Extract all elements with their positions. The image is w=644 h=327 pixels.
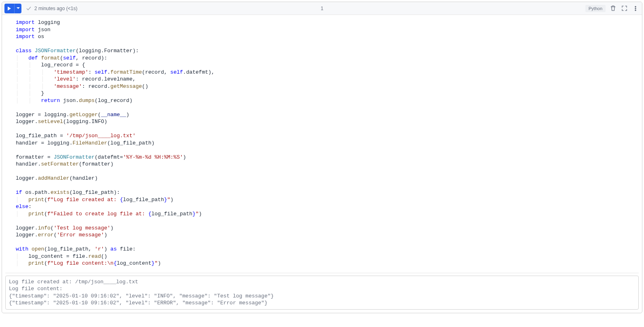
kebab-icon	[633, 6, 638, 11]
svg-point-1	[635, 8, 636, 8]
execution-time: 2 minutes ago (<1s)	[34, 6, 77, 11]
cell-toolbar: 2 minutes ago (<1s) 1 Python	[2, 2, 642, 15]
output-stdout[interactable]: Log file created at: /tmp/json____log.tx…	[5, 276, 639, 310]
expand-icon	[621, 5, 627, 11]
run-button[interactable]	[4, 4, 14, 13]
delete-button[interactable]	[609, 4, 617, 13]
run-dropdown[interactable]	[14, 4, 21, 13]
output-line: Log file content:	[9, 285, 635, 293]
expand-button[interactable]	[620, 4, 628, 13]
notebook-cell: 2 minutes ago (<1s) 1 Python impo	[2, 2, 642, 313]
trash-icon	[610, 5, 616, 11]
code-editor[interactable]: import loggingimport jsonimport osclass …	[2, 15, 642, 273]
svg-point-2	[635, 10, 636, 11]
language-badge[interactable]: Python	[585, 5, 606, 12]
cell-output: Log file created at: /tmp/json____log.tx…	[5, 273, 639, 310]
code-gutter	[2, 19, 16, 267]
run-button-group	[4, 4, 21, 13]
output-line: {"timestamp": "2025-01-10 09:16:02", "le…	[9, 293, 635, 300]
output-line: Log file created at: /tmp/json____log.tx…	[9, 278, 635, 286]
more-button[interactable]	[631, 4, 640, 13]
svg-point-0	[635, 6, 636, 7]
toolbar-right: Python	[585, 4, 640, 13]
chevron-down-icon	[17, 7, 20, 9]
status-check-icon	[25, 5, 32, 12]
play-icon	[7, 6, 11, 11]
cell-index: 1	[321, 6, 323, 11]
code-content: import loggingimport jsonimport osclass …	[16, 19, 215, 267]
output-line: {"timestamp": "2025-01-10 09:16:02", "le…	[9, 299, 635, 307]
